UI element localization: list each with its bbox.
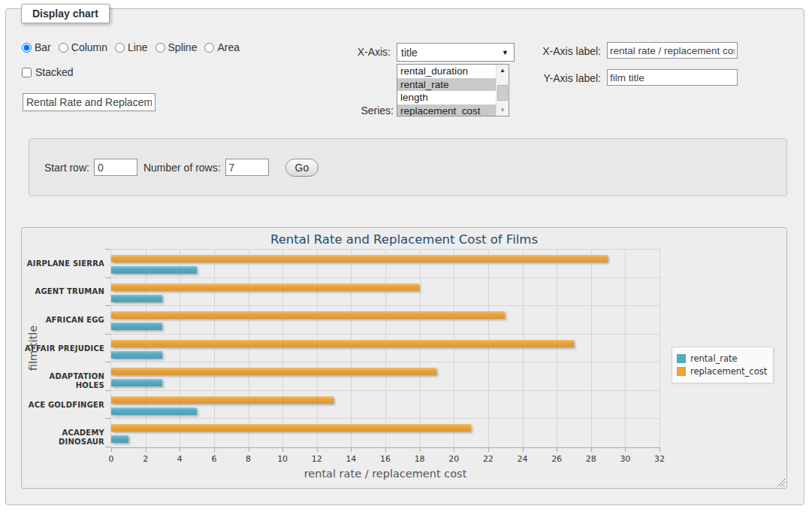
x-axis-tick-label: 12 — [312, 454, 322, 464]
chart-type-label: Area — [217, 41, 240, 53]
x-axis-tick — [660, 448, 660, 452]
bar-replacement_cost — [111, 340, 574, 347]
x-axis-tick — [180, 448, 180, 452]
x-axis-tick-label: 22 — [483, 454, 494, 464]
resize-handle-icon[interactable] — [776, 477, 785, 486]
chart-type-radio-bar[interactable] — [22, 43, 32, 53]
chart-type-radio-line[interactable] — [115, 43, 125, 53]
chart-category-row — [111, 306, 660, 335]
x-axis-selected-value: title — [401, 47, 418, 59]
series-multiselect[interactable]: rental_durationrental_ratelengthreplacem… — [397, 64, 509, 117]
y-axis-title: film title — [27, 250, 39, 447]
bar-rental_rate — [111, 435, 128, 443]
stacked-checkbox-row[interactable]: Stacked — [22, 66, 74, 78]
chart-category-row — [111, 335, 660, 363]
bar-replacement_cost — [111, 283, 419, 291]
x-axis-tick — [111, 448, 112, 452]
scrollbar-up-arrow-icon[interactable]: ▲ — [497, 65, 509, 76]
bar-replacement_cost — [111, 311, 505, 319]
scrollbar-thumb[interactable] — [497, 85, 508, 101]
legend-item-replacement_cost[interactable]: replacement_cost — [677, 366, 767, 377]
legend-item-rental_rate[interactable]: rental_rate — [677, 353, 767, 364]
y-axis-tick — [105, 362, 110, 362]
row-controls: Start row: Number of rows: Go — [29, 139, 786, 195]
legend-label: replacement_cost — [690, 366, 767, 377]
series-scrollbar[interactable]: ▲ ▼ — [496, 65, 509, 116]
fieldset-legend: Display chart — [21, 4, 110, 23]
y-axis-tick — [105, 334, 110, 335]
bar-replacement_cost — [111, 396, 334, 404]
chart-type-radio-group: BarColumnLineSplineArea — [22, 41, 240, 53]
y-axis-label-input[interactable] — [607, 69, 738, 86]
x-axis-tick — [214, 448, 215, 452]
page: Display chart BarColumnLineSplineArea St… — [0, 0, 812, 512]
chart-title: Rental Rate and Replacement Cost of Film… — [22, 232, 786, 247]
stacked-checkbox[interactable] — [22, 68, 32, 77]
x-axis-tick-label: 30 — [620, 454, 630, 464]
chart-panel: Rental Rate and Replacement Cost of Film… — [21, 227, 787, 489]
row-controls-panel: Start row: Number of rows: Go — [29, 138, 787, 196]
chart-type-label: Spline — [168, 41, 198, 53]
chart-type-label: Column — [71, 41, 107, 53]
series-option-rental_duration[interactable]: rental_duration — [397, 65, 496, 78]
bar-rental_rate — [111, 407, 197, 415]
chart-type-radio-column[interactable] — [59, 43, 68, 53]
y-axis-tick — [105, 277, 110, 278]
x-axis-label-input[interactable] — [607, 42, 738, 59]
x-axis-tick-label: 0 — [109, 454, 114, 464]
x-axis-tick — [146, 448, 146, 452]
bar-rental_rate — [111, 379, 162, 386]
start-row-input[interactable] — [94, 159, 137, 176]
series-option-replacement_cost[interactable]: replacement_cost — [397, 105, 496, 117]
x-axis-tick-label: 16 — [380, 454, 391, 464]
chart-category-row — [111, 278, 660, 307]
scrollbar-down-arrow-icon[interactable]: ▼ — [497, 105, 509, 116]
x-axis-tick-label: 4 — [177, 454, 183, 464]
x-axis-select-label: X-Axis: — [315, 46, 391, 58]
series-select-label: Series: — [315, 105, 394, 117]
chart-type-label: Line — [128, 41, 147, 53]
x-axis-tick — [523, 448, 524, 452]
y-axis-tick — [105, 418, 110, 419]
chart-title-input[interactable] — [23, 93, 155, 111]
x-axis-title: rental rate / replacement cost — [110, 468, 660, 480]
chart-type-option-column[interactable]: Column — [59, 41, 107, 53]
x-axis-tick-label: 8 — [246, 454, 251, 464]
num-rows-input[interactable] — [225, 159, 269, 176]
dropdown-arrow-icon: ▼ — [502, 49, 509, 56]
chart-category-row — [111, 419, 660, 447]
x-axis-tick — [557, 448, 557, 452]
x-axis-tick — [317, 448, 318, 452]
x-axis-tick-label: 32 — [654, 454, 665, 464]
chart-type-option-bar[interactable]: Bar — [22, 41, 51, 53]
bar-rental_rate — [111, 351, 162, 359]
go-button[interactable]: Go — [285, 159, 319, 177]
chart-type-radio-area[interactable] — [204, 43, 214, 53]
y-axis-tick — [105, 249, 110, 250]
chart-type-radio-spline[interactable] — [155, 43, 165, 53]
x-axis-tick — [591, 448, 592, 452]
chart-type-label: Bar — [35, 41, 51, 53]
bar-replacement_cost — [111, 368, 436, 375]
x-axis-tick — [454, 448, 454, 452]
series-option-length[interactable]: length — [397, 91, 496, 105]
chart-category-row — [111, 362, 660, 391]
x-axis-tick — [249, 448, 249, 452]
y-axis-label-label: Y-Axis label: — [526, 72, 601, 84]
bar-rental_rate — [111, 266, 197, 274]
bar-replacement_cost — [111, 255, 608, 262]
y-axis-tick — [105, 390, 110, 391]
chart-type-option-area[interactable]: Area — [204, 41, 240, 53]
x-axis-select[interactable]: title ▼ — [397, 43, 515, 62]
x-axis-tick-label: 18 — [415, 454, 425, 464]
legend-swatch-icon — [677, 367, 686, 376]
chart-category-row — [111, 391, 660, 420]
chart-type-option-line[interactable]: Line — [115, 41, 147, 53]
y-axis-tick — [105, 305, 110, 306]
series-option-rental_rate[interactable]: rental_rate — [397, 78, 496, 92]
x-axis-label-label: X-Axis label: — [526, 45, 601, 57]
chart-type-option-spline[interactable]: Spline — [155, 41, 198, 53]
x-axis-tick — [625, 448, 626, 452]
x-axis-tick-label: 20 — [448, 454, 459, 464]
num-rows-label: Number of rows: — [143, 162, 221, 174]
